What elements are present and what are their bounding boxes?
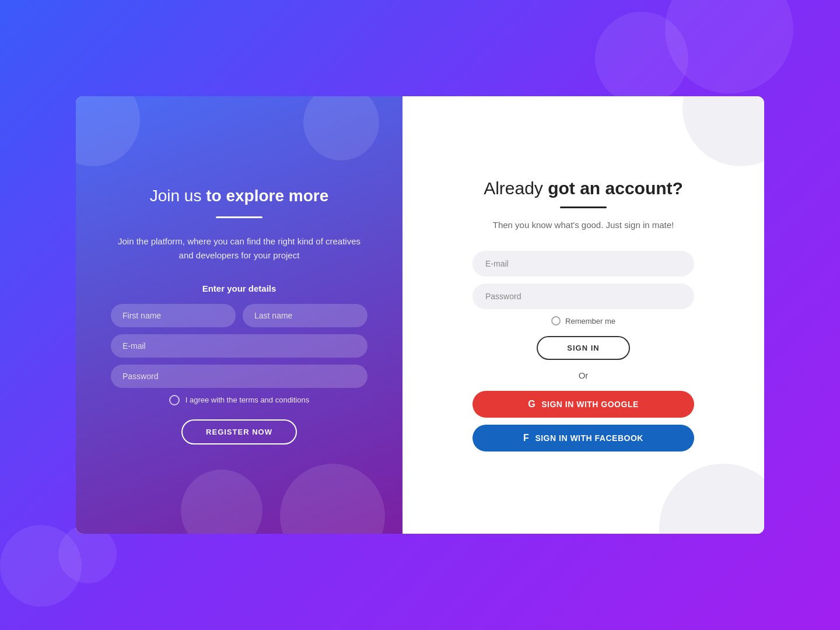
right-content: Already got an account? Then you know wh… xyxy=(473,178,694,452)
right-title-bold: got an account? xyxy=(548,178,683,198)
lp-decor-circle-2 xyxy=(303,96,379,160)
google-btn-label: SIGN IN WITH GOOGLE xyxy=(541,400,639,409)
left-content: Join us to explore more Join the platfor… xyxy=(111,186,368,444)
lp-decor-circle-1 xyxy=(76,96,140,166)
right-subtitle: Then you know what's good. Just sign in … xyxy=(473,220,694,230)
right-title-normal: Already xyxy=(484,178,548,198)
rp-decor-circle-2 xyxy=(659,464,764,534)
lp-decor-circle-4 xyxy=(181,470,262,534)
right-title-underline xyxy=(560,206,607,208)
enter-details-label: Enter your details xyxy=(111,284,368,293)
name-row xyxy=(111,304,368,327)
or-divider-text: Or xyxy=(473,370,694,380)
rp-decor-circle-1 xyxy=(682,96,764,166)
remember-row: Remember me xyxy=(473,316,694,326)
left-title: Join us to explore more xyxy=(111,186,368,206)
left-password-input[interactable] xyxy=(111,365,368,388)
register-button[interactable]: REGISTER NOW xyxy=(181,419,297,444)
remember-me-checkbox[interactable] xyxy=(551,316,561,326)
left-subtitle: Join the platform, where you can find th… xyxy=(111,235,368,262)
sign-in-button[interactable]: SIGN IN xyxy=(537,336,629,360)
right-title: Already got an account? xyxy=(473,178,694,198)
right-panel: Already got an account? Then you know wh… xyxy=(402,96,764,534)
left-title-normal: Join us xyxy=(150,187,206,205)
sign-in-google-button[interactable]: G SIGN IN WITH GOOGLE xyxy=(473,391,694,418)
right-password-input[interactable] xyxy=(473,284,694,309)
bg-circle-4 xyxy=(58,525,117,583)
left-email-input[interactable] xyxy=(111,334,368,358)
facebook-btn-label: SIGN IN WITH FACEBOOK xyxy=(535,433,643,443)
left-title-bold: to explore more xyxy=(206,187,328,205)
left-panel: Join us to explore more Join the platfor… xyxy=(76,96,402,534)
left-title-underline xyxy=(216,216,262,218)
terms-checkbox[interactable] xyxy=(169,395,180,405)
main-card: Join us to explore more Join the platfor… xyxy=(76,96,764,534)
lp-decor-circle-3 xyxy=(280,464,385,534)
terms-label: I agree with the terms and conditions xyxy=(186,396,309,404)
bg-circle-2 xyxy=(595,12,688,105)
sign-in-facebook-button[interactable]: f SIGN IN WITH FACEBOOK xyxy=(473,425,694,452)
google-icon: G xyxy=(528,399,536,410)
last-name-input[interactable] xyxy=(243,304,368,327)
remember-me-label: Remember me xyxy=(565,317,615,326)
terms-row: I agree with the terms and conditions xyxy=(111,395,368,405)
facebook-icon: f xyxy=(523,433,529,443)
first-name-input[interactable] xyxy=(111,304,236,327)
right-email-input[interactable] xyxy=(473,251,694,276)
